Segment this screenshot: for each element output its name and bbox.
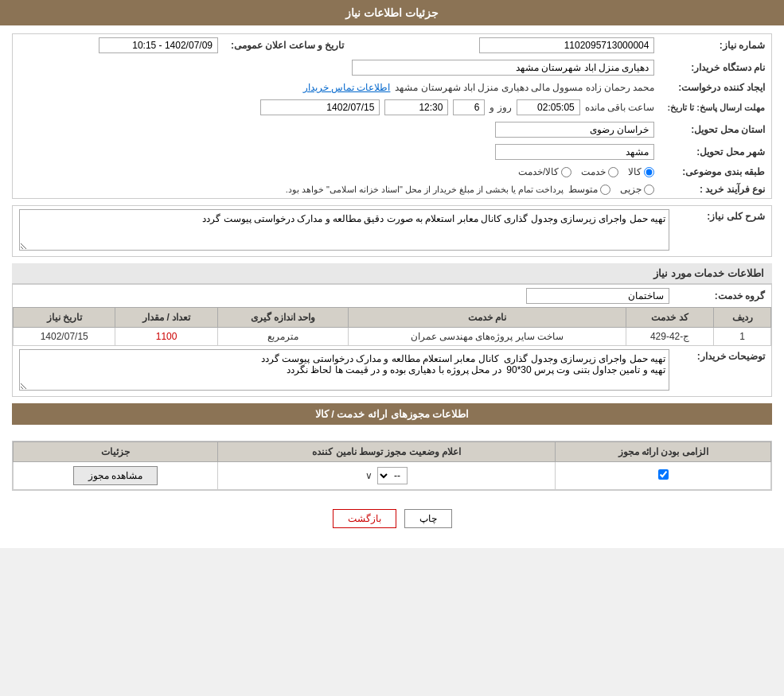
row-category: طبقه بندی موضوعی: کالا خدمت — [13, 163, 771, 181]
permissions-section: الزامی بودن ارائه مجوز اعلام وضعیت مجوز … — [12, 441, 772, 491]
bottom-buttons: چاپ بازگشت — [12, 497, 772, 540]
process-label: نوع فرآیند خرید : — [661, 181, 771, 198]
cell-details: مشاهده مجوز — [14, 462, 218, 490]
response-deadline-fields: ساعت باقی مانده روز و — [13, 96, 661, 119]
status-select[interactable]: -- — [377, 467, 408, 484]
province-label: استان محل تحویل: — [661, 119, 771, 141]
col-status: اعلام وضعیت مجوز توسط نامین کننده — [217, 442, 555, 462]
col-service-code: کد خدمت — [626, 308, 714, 328]
col-quantity: تعداد / مقدار — [115, 308, 217, 328]
view-permit-button[interactable]: مشاهده مجوز — [73, 466, 158, 485]
row-buyer-notes: توضیحات خریدار: تهیه حمل واجرای زیرسازی … — [13, 346, 771, 396]
services-table-header: ردیف کد خدمت نام خدمت واحد اندازه گیری ت… — [14, 308, 771, 328]
cell-required — [556, 462, 771, 490]
services-section: گروه خدمت: ردیف کد خدمت نام خدمت واحد ان… — [12, 284, 772, 397]
row-buyer-dept: نام دستگاه خریدار: — [13, 56, 771, 79]
description-table: شرح کلی نیاز: تهیه حمل واجرای زیرسازی وج… — [13, 206, 771, 256]
cell-unit: مترمربع — [217, 328, 348, 346]
col-required: الزامی بودن ارائه مجوز — [556, 442, 771, 462]
buyer-notes-value: تهیه حمل واجرای زیرسازی وجدول گذاری کانا… — [13, 346, 676, 396]
category-both-radio[interactable] — [561, 167, 571, 177]
col-details: جزئیات — [14, 442, 218, 462]
response-date-input[interactable] — [260, 99, 380, 115]
service-group-table: گروه خدمت: — [13, 285, 771, 307]
table-row: 1 ج-42-429 ساخت سایر پروژه‌های مهندسی عم… — [14, 328, 771, 346]
description-value: تهیه حمل واجرای زیرسازی وجدول گذاری کانا… — [13, 206, 676, 256]
remaining-time-label: ساعت باقی مانده — [585, 102, 655, 113]
category-khedmat-label: خدمت — [581, 166, 606, 177]
buyer-notes-textarea[interactable]: تهیه حمل واجرای زیرسازی وجدول گذاری کانا… — [19, 349, 669, 391]
process-motavasset-option[interactable]: متوسط — [568, 184, 610, 195]
description-section: شرح کلی نیاز: تهیه حمل واجرای زیرسازی وج… — [12, 205, 772, 257]
info-table: شماره نیاز: تاریخ و ساعت اعلان عمومی: نا… — [13, 34, 771, 198]
print-button[interactable]: چاپ — [404, 509, 452, 528]
permissions-table: الزامی بودن ارائه مجوز اعلام وضعیت مجوز … — [13, 441, 771, 490]
city-label: شهر محل تحویل: — [661, 141, 771, 163]
cell-service-name: ساخت سایر پروژه‌های مهندسی عمران — [349, 328, 626, 346]
cell-quantity: 1100 — [115, 328, 217, 346]
buyer-notes-table: توضیحات خریدار: تهیه حمل واجرای زیرسازی … — [13, 346, 771, 396]
service-group-value — [13, 285, 676, 307]
creator-value: محمد رحمان زاده مسوول مالی دهیاری منزل ا… — [13, 79, 661, 96]
category-khedmat-option[interactable]: خدمت — [581, 166, 618, 177]
col-date: تاریخ نیاز — [14, 308, 115, 328]
process-jozii-radio[interactable] — [644, 185, 654, 195]
category-both-label: کالا/خدمت — [518, 166, 559, 177]
process-jozii-label: جزیی — [620, 184, 642, 195]
announce-date-label: تاریخ و ساعت اعلان عمومی: — [224, 34, 360, 56]
time-input[interactable] — [384, 99, 448, 115]
row-description: شرح کلی نیاز: تهیه حمل واجرای زیرسازی وج… — [13, 206, 771, 256]
page-header: جزئیات اطلاعات نیاز — [0, 0, 784, 25]
cell-status: -- ∨ — [217, 462, 555, 490]
description-textarea[interactable]: تهیه حمل واجرای زیرسازی وجدول گذاری کانا… — [19, 209, 669, 251]
cell-service-code: ج-42-429 — [626, 328, 714, 346]
province-value — [13, 119, 661, 141]
buyer-notes-label: توضیحات خریدار: — [676, 346, 771, 396]
announce-date-value — [13, 34, 224, 56]
process-options: جزیی متوسط پرداخت تمام یا بخشی از مبلغ خ… — [13, 181, 661, 198]
process-jozii-option[interactable]: جزیی — [620, 184, 654, 195]
content-area: شماره نیاز: تاریخ و ساعت اعلان عمومی: نا… — [0, 25, 784, 548]
category-label: طبقه بندی موضوعی: — [661, 163, 771, 181]
contact-link[interactable]: اطلاعات تماس خریدار — [303, 82, 391, 93]
need-number-input[interactable] — [479, 37, 654, 53]
permissions-table-header: الزامی بودن ارائه مجوز اعلام وضعیت مجوز … — [14, 442, 771, 462]
category-kala-option[interactable]: کالا — [628, 166, 654, 177]
row-need-number: شماره نیاز: تاریخ و ساعت اعلان عمومی: — [13, 34, 771, 56]
announce-date-input[interactable] — [99, 37, 218, 53]
page-wrapper: جزئیات اطلاعات نیاز شماره نیاز: تاریخ و … — [0, 0, 784, 548]
row-process: نوع فرآیند خرید : جزیی — [13, 181, 771, 198]
service-group-label: گروه خدمت: — [676, 285, 771, 307]
col-row-num: ردیف — [714, 308, 771, 328]
buyer-dept-value — [13, 56, 661, 79]
response-deadline-label: مهلت ارسال پاسخ: تا تاریخ: — [661, 96, 771, 119]
spacer — [12, 425, 772, 441]
services-table: ردیف کد خدمت نام خدمت واحد اندازه گیری ت… — [13, 307, 771, 346]
service-group-input[interactable] — [526, 288, 669, 304]
table-row: -- ∨ مشاهده مجوز — [14, 462, 771, 490]
need-number-value — [360, 34, 661, 56]
process-motavasset-label: متوسط — [568, 184, 598, 195]
remaining-time-input[interactable] — [517, 99, 580, 115]
category-kala-khedmat-option[interactable]: کالا/خدمت — [518, 166, 571, 177]
city-input[interactable] — [495, 144, 654, 160]
process-note: پرداخت تمام یا بخشی از مبلغ خریدار از مح… — [286, 185, 564, 195]
permissions-section-title: اطلاعات مجوزهای ارائه خدمت / کالا — [12, 403, 772, 425]
back-button[interactable]: بازگشت — [333, 509, 396, 528]
buyer-dept-input[interactable] — [352, 60, 654, 76]
description-label: شرح کلی نیاز: — [676, 206, 771, 256]
creator-label: ایجاد کننده درخواست: — [661, 79, 771, 96]
col-unit: واحد اندازه گیری — [217, 308, 348, 328]
category-kala-radio[interactable] — [644, 167, 654, 177]
main-info-section: شماره نیاز: تاریخ و ساعت اعلان عمومی: نا… — [12, 33, 772, 199]
days-input[interactable] — [453, 99, 485, 115]
required-checkbox[interactable] — [658, 469, 669, 480]
category-khedmat-radio[interactable] — [608, 167, 618, 177]
dropdown-arrow-icon: ∨ — [365, 470, 372, 481]
category-options: کالا خدمت کالا/خدمت — [13, 163, 661, 181]
row-province: استان محل تحویل: — [13, 119, 771, 141]
process-motavasset-radio[interactable] — [600, 185, 610, 195]
cell-date: 1402/07/15 — [14, 328, 115, 346]
creator-text: محمد رحمان زاده مسوول مالی دهیاری منزل ا… — [395, 82, 654, 93]
province-input[interactable] — [495, 122, 654, 138]
